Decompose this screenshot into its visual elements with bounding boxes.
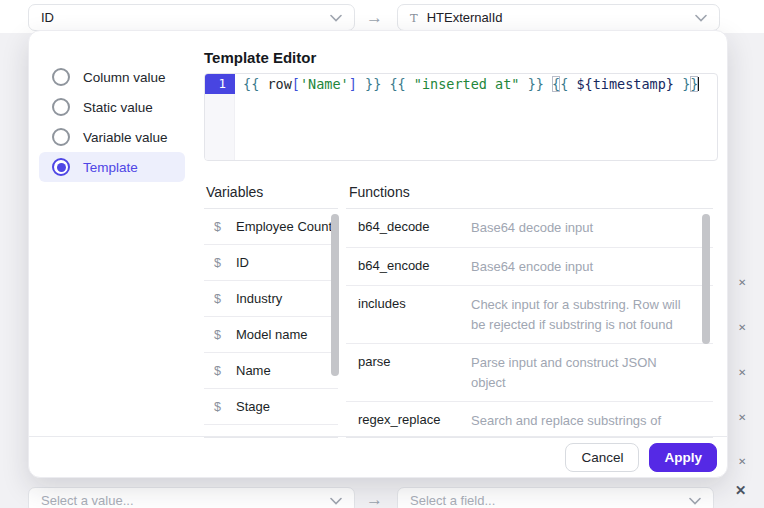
code-token: ${timestamp}: [576, 76, 674, 92]
code-token: }}: [365, 76, 381, 92]
functions-scrollbar[interactable]: [702, 214, 710, 344]
text-cursor: [698, 77, 699, 91]
radio-icon: [52, 98, 70, 116]
arrow-right-icon: →: [366, 8, 383, 28]
chevron-down-icon: [330, 497, 342, 505]
code-token: [406, 76, 414, 92]
dollar-icon: $: [214, 220, 228, 234]
code-token: row: [267, 76, 291, 92]
code-token: }}: [528, 76, 544, 92]
function-name: parse: [358, 353, 471, 369]
template-code-editor[interactable]: 1 {{ row['Name'] }} {{ "inserted at" }} …: [204, 73, 718, 161]
code-token: [674, 76, 682, 92]
code-token: {{: [243, 76, 259, 92]
code-token: {{: [389, 76, 405, 92]
dollar-icon: $: [214, 292, 228, 306]
dialog-title: Template Editor: [204, 49, 316, 66]
function-description: Parse input and construct JSON object: [471, 353, 689, 392]
value-select[interactable]: Select a value...: [28, 487, 355, 508]
radio-option-label: Template: [83, 160, 138, 175]
code-token: [544, 76, 552, 92]
template-editor-dialog: Column value Static value Variable value…: [28, 30, 728, 478]
variable-list-item[interactable]: $ Name: [204, 353, 338, 389]
remove-row-icon[interactable]: ✕: [738, 367, 746, 378]
code-token: 'Name': [300, 76, 349, 92]
variable-name: Stage: [236, 399, 270, 414]
variable-name: Industry: [236, 291, 282, 306]
remove-row-icon[interactable]: ✕: [738, 322, 746, 333]
remove-row-icon[interactable]: ✕: [735, 482, 746, 498]
radio-icon: [52, 128, 70, 146]
radio-icon: [52, 158, 70, 176]
code-line: {{ row['Name'] }} {{ "inserted at" }} {{…: [243, 74, 699, 94]
function-name: b64_decode: [358, 218, 471, 234]
code-token: ]: [349, 76, 357, 92]
radio-option-label: Variable value: [83, 130, 168, 145]
chevron-down-icon: [689, 497, 701, 505]
variable-name: ID: [236, 255, 249, 270]
radio-option[interactable]: Column value: [39, 62, 185, 92]
value-select-placeholder: Select a value...: [41, 493, 134, 508]
function-description: Base64 encode input: [471, 257, 593, 277]
radio-option[interactable]: Template: [39, 152, 185, 182]
functions-list: b64_decode Base64 decode input b64_encod…: [346, 208, 713, 438]
variable-list-item[interactable]: $ Model name: [204, 317, 338, 353]
function-list-item[interactable]: includes Check input for a substring. Ro…: [346, 286, 713, 344]
function-list-item[interactable]: parse Parse input and construct JSON obj…: [346, 344, 713, 402]
field-select[interactable]: Select a field...: [397, 487, 714, 508]
field-select-placeholder: Select a field...: [410, 493, 495, 508]
variable-name: Name: [236, 363, 271, 378]
function-name: b64_encode: [358, 257, 471, 273]
code-token: {: [552, 76, 560, 92]
remove-row-icon[interactable]: ✕: [738, 456, 746, 467]
function-list-item[interactable]: regex_replace Search and replace substri…: [346, 402, 713, 438]
radio-icon: [52, 68, 70, 86]
variable-list-item[interactable]: $ Industry: [204, 281, 338, 317]
dollar-icon: $: [214, 400, 228, 414]
function-description: Base64 decode input: [471, 218, 593, 238]
code-token: [357, 76, 365, 92]
code-token: "inserted at": [414, 76, 520, 92]
function-name: includes: [358, 295, 471, 311]
variables-scrollbar[interactable]: [331, 214, 339, 376]
value-type-radio-group: Column value Static value Variable value…: [39, 62, 185, 182]
source-column-select[interactable]: ID: [28, 4, 355, 31]
dollar-icon: $: [214, 256, 228, 270]
variables-header: Variables: [206, 184, 263, 200]
function-name: regex_replace: [358, 411, 471, 427]
radio-option[interactable]: Static value: [39, 92, 185, 122]
remove-row-icon[interactable]: ✕: [738, 277, 746, 288]
variable-list-item[interactable]: $ Employee Count: [204, 209, 338, 245]
apply-button[interactable]: Apply: [649, 443, 717, 472]
arrow-right-icon: →: [366, 490, 383, 508]
source-column-value: ID: [41, 10, 54, 25]
variable-name: Model name: [236, 327, 308, 342]
active-line-number: 1: [205, 74, 235, 94]
radio-option-label: Static value: [83, 100, 153, 115]
code-token: [519, 76, 527, 92]
radio-option-label: Column value: [83, 70, 166, 85]
function-list-item[interactable]: b64_encode Base64 encode input: [346, 248, 713, 287]
remove-row-icon[interactable]: ✕: [738, 412, 746, 423]
function-description: Check input for a substring. Row will be…: [471, 295, 689, 334]
target-field-select[interactable]: T HTExternalId: [397, 4, 720, 31]
function-description: Search and replace substrings of input u…: [471, 411, 689, 438]
variable-list-item[interactable]: $ ID: [204, 245, 338, 281]
variable-name: Employee Count: [236, 219, 332, 234]
functions-header: Functions: [349, 184, 410, 200]
chevron-down-icon: [695, 14, 707, 22]
code-token: }: [690, 76, 698, 92]
target-field-value: HTExternalId: [427, 10, 503, 25]
dollar-icon: $: [214, 328, 228, 342]
radio-option[interactable]: Variable value: [39, 122, 185, 152]
variables-list: $ Employee Count $ ID $ Industry $ Model…: [204, 208, 338, 438]
function-list-item[interactable]: b64_decode Base64 decode input: [346, 209, 713, 248]
variable-list-item[interactable]: $ Stage: [204, 389, 338, 425]
code-token: [: [292, 76, 300, 92]
dialog-footer: Cancel Apply: [29, 436, 727, 477]
cancel-button[interactable]: Cancel: [565, 443, 639, 472]
text-type-icon: T: [410, 11, 418, 25]
dollar-icon: $: [214, 364, 228, 378]
chevron-down-icon: [330, 14, 342, 22]
